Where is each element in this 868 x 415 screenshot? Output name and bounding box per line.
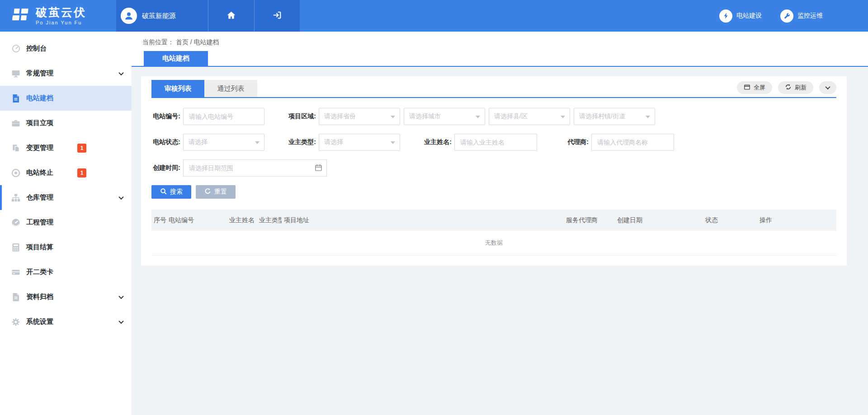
results-table: 序号 电站编号 业主姓名 业主类型 项目地址 服务代理商 创建日期 状态 操作 … (151, 210, 836, 256)
reset-icon (204, 188, 211, 196)
sidebar-item-project-settlement[interactable]: 项目结算 (0, 235, 132, 260)
panel-tab-strip: 审核列表 通过列表 全屏 (151, 80, 836, 98)
caret-down-icon (391, 141, 395, 144)
reset-button[interactable]: 重置 (196, 185, 236, 199)
city-select[interactable]: 请选择城市 (404, 108, 485, 125)
filter-form: 电站编号: 项目区域: 请选择省份 请选择城市 (151, 98, 836, 177)
login-button[interactable] (254, 0, 300, 32)
sidebar: 控制台 常规管理 电站建档 (0, 32, 132, 415)
nav-station-construction[interactable]: 电站建设 (719, 9, 762, 23)
wrench-icon (780, 9, 793, 23)
fullscreen-icon (744, 84, 750, 92)
header-sections: 破茧新能源 (116, 0, 300, 32)
collapse-button[interactable] (819, 81, 836, 94)
agent-input[interactable] (591, 134, 674, 151)
sidebar-item-dashboard[interactable]: 控制台 (0, 36, 132, 61)
brand-logo: 破茧云伏 Po Jian Yun Fu (0, 0, 116, 32)
tab-review-list[interactable]: 审核列表 (151, 80, 204, 97)
search-button[interactable]: 搜索 (151, 185, 191, 199)
gear-icon (11, 317, 20, 326)
calculator-icon (11, 243, 20, 252)
chevron-down-icon (825, 84, 830, 89)
date-range-input[interactable] (183, 159, 327, 177)
briefcase-icon (11, 119, 20, 128)
lightning-icon (719, 9, 732, 23)
caret-down-icon (391, 116, 395, 118)
sidebar-item-warehouse-management[interactable]: 仓库管理 (0, 185, 132, 210)
fullscreen-button[interactable]: 全屏 (737, 81, 772, 94)
owner-name-input[interactable] (454, 134, 537, 151)
caret-down-icon (255, 141, 259, 144)
user-menu[interactable]: 破茧新能源 (116, 0, 208, 32)
sidebar-item-general-management[interactable]: 常规管理 (0, 61, 132, 86)
sidebar-item-engineering-management[interactable]: 工程管理 (0, 210, 132, 235)
col-service-agent: 服务代理商 (564, 210, 615, 231)
col-owner-type: 业主类型 (257, 210, 282, 231)
tab-passed-list[interactable]: 通过列表 (204, 80, 257, 97)
table-header-row: 序号 电站编号 业主姓名 业主类型 项目地址 服务代理商 创建日期 状态 操作 (151, 210, 836, 231)
header-right-nav: 电站建设 监控运维 (719, 0, 868, 32)
breadcrumb-path: 首页 / 电站建档 (176, 38, 219, 46)
refresh-icon (785, 84, 792, 92)
col-status: 状态 (703, 210, 757, 231)
monitor-icon (11, 69, 20, 78)
col-project-address: 项目地址 (282, 210, 564, 231)
breadcrumb-bar: 当前位置： 首页 / 电站建档 电站建档 (132, 32, 868, 67)
page-tab-station-filing[interactable]: 电站建档 (144, 51, 208, 66)
panel-tools: 全屏 刷新 (737, 81, 836, 96)
filter-station-status: 电站状态: 请选择 (151, 134, 264, 151)
sidebar-item-system-settings[interactable]: 系统设置 (0, 309, 132, 334)
main-content: 当前位置： 首页 / 电站建档 电站建档 审核列表 通过列表 全屏 (132, 32, 868, 415)
target-icon (11, 168, 20, 177)
notification-badge: 1 (77, 144, 86, 153)
sidebar-indicator-bar (0, 185, 2, 210)
chevron-down-icon (118, 294, 123, 298)
col-index: 序号 (151, 210, 166, 231)
filter-actions: 搜索 重置 (151, 185, 836, 199)
caret-down-icon (561, 116, 565, 118)
filter-region: 项目区域: 请选择省份 请选择城市 请选择县/区 (287, 108, 655, 125)
brand-title: 破茧云伏 (36, 6, 86, 19)
search-icon (160, 188, 167, 196)
caret-down-icon (476, 116, 480, 118)
nav-monitor-ops[interactable]: 监控运维 (780, 9, 823, 23)
filter-owner-type: 业主类型: 请选择 (287, 134, 400, 151)
user-avatar-icon (121, 8, 137, 24)
card-icon (11, 268, 20, 277)
col-operation: 操作 (757, 210, 836, 231)
sidebar-item-open-card[interactable]: 开二类卡 (0, 260, 132, 284)
empty-state: 无数据 (151, 231, 836, 256)
owner-type-select[interactable]: 请选择 (319, 134, 400, 151)
sitemap-icon (11, 193, 20, 202)
province-select[interactable]: 请选择省份 (319, 108, 400, 125)
login-icon (273, 10, 282, 22)
chevron-down-icon (118, 194, 123, 199)
filter-create-time: 创建时间: (151, 159, 327, 177)
station-no-input[interactable] (183, 108, 264, 125)
refresh-button[interactable]: 刷新 (778, 81, 813, 94)
home-icon (226, 10, 236, 22)
app-header: 破茧云伏 Po Jian Yun Fu 破茧新能源 (0, 0, 868, 32)
col-create-date: 创建日期 (615, 210, 703, 231)
sidebar-item-project-initiation[interactable]: 项目立项 (0, 111, 132, 135)
sidebar-item-data-archive[interactable]: 资料归档 (0, 284, 132, 309)
copy-icon (11, 144, 20, 153)
breadcrumb-prefix: 当前位置： (142, 38, 174, 46)
station-status-select[interactable]: 请选择 (183, 134, 264, 151)
company-name: 破茧新能源 (142, 12, 176, 20)
filter-owner-name: 业主姓名: (423, 134, 537, 151)
caret-down-icon (646, 116, 650, 118)
town-select[interactable]: 请选择村镇/街道 (574, 108, 655, 125)
home-button[interactable] (208, 0, 254, 32)
sidebar-item-station-termination[interactable]: 电站终止 1 (0, 160, 132, 185)
sidebar-item-station-filing[interactable]: 电站建档 (0, 86, 132, 111)
dashboard-icon (11, 218, 20, 227)
filter-agent: 代理商: (560, 134, 674, 151)
brand-subtitle: Po Jian Yun Fu (36, 20, 86, 25)
county-select[interactable]: 请选择县/区 (489, 108, 570, 125)
solar-panel-logo-icon (12, 7, 30, 24)
content-card: 审核列表 通过列表 全屏 (141, 76, 847, 266)
gauge-icon (11, 44, 20, 53)
sidebar-item-change-management[interactable]: 变更管理 1 (0, 135, 132, 160)
col-station-no: 电站编号 (166, 210, 227, 231)
